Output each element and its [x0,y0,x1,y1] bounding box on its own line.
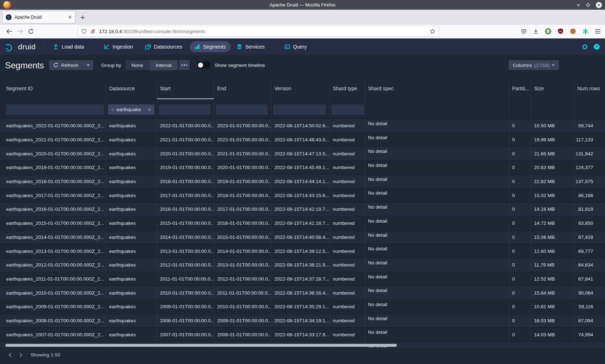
cell-num-rows: 67,841 [574,272,605,286]
menu-hamburger-icon[interactable] [595,29,601,34]
column-header-end[interactable]: End [214,78,271,99]
window-titlebar: Apache Druid — Mozilla Firefox [0,0,605,10]
columns-button[interactable]: Columns (17/18) [508,60,559,70]
cell-size: 14.03 MB [531,328,574,341]
refresh-label: Refresh [61,63,78,68]
ublock-icon[interactable]: uO [557,28,564,35]
cell-shard-type: numbered [330,175,365,188]
cookie-icon[interactable] [570,28,576,35]
druid-logo[interactable]: druid [5,42,36,52]
cell-segment-id: earthquakes_2017-01-01T00:00:00.000Z_2..… [0,188,106,202]
cell-datasource: earthquakes [106,328,157,341]
cell-shard-type: numbered [330,231,365,244]
column-header-shard-type[interactable]: Shard type [330,78,365,99]
cell-num-rows: 137,575 [574,175,605,188]
bookmark-star-icon[interactable] [430,28,435,34]
nav-item-segments[interactable]: Segments [190,41,230,52]
table-row: earthquakes_2018-01-01T00:00:00.000Z_2..… [0,174,605,188]
nav-divider [94,43,94,51]
segment-timeline-toggle[interactable] [197,62,211,69]
filter-chip-datasource[interactable]: = earthquake [108,104,154,115]
cell-version: 2022-08-15T14:43:15.6... [271,188,330,202]
window-title: Apache Druid — Mozilla Firefox [0,2,605,8]
group-by-interval-button[interactable]: Interval [149,60,178,70]
cell-end: 2017-01-01T00:00:00.0... [214,203,271,216]
back-button[interactable] [4,26,14,36]
settings-gear-icon[interactable] [582,44,588,50]
group-by-none-button[interactable]: None [125,60,149,70]
privacy-badger-icon[interactable] [545,28,551,35]
tab-close-icon[interactable] [68,15,72,19]
cell-size: 14.16 MB [531,203,574,216]
insecure-lock-icon[interactable] [90,28,96,34]
horizontal-scrollbar[interactable] [5,344,397,347]
column-header-datasource[interactable]: Datasource [106,78,157,99]
tab-apache-druid[interactable]: Apache Druid [3,11,75,23]
maximize-icon[interactable] [586,3,590,7]
column-header-num-rows[interactable]: Num rows [574,78,605,99]
filter-input-shard-type[interactable] [332,104,364,115]
tab-strip: Apache Druid [0,10,605,24]
cell-segment-id: earthquakes_2020-01-01T00:00:00.000Z_2..… [0,147,106,160]
filter-input-version[interactable] [273,104,326,115]
cell-start: 2012-01-01T00:00:00.0... [157,258,214,272]
nav-item-datasources[interactable]: Datasources [140,41,187,52]
column-header-version[interactable]: Version [271,78,330,99]
column-header-segment-id[interactable]: Segment ID [0,78,106,99]
svg-text:?: ? [596,45,598,49]
help-icon[interactable]: ? [593,44,600,50]
filter-input-end[interactable] [216,104,268,115]
reload-button[interactable] [25,26,36,36]
filter-chip-remove-icon[interactable] [148,108,151,112]
cell-shard-spec: No detail [365,147,509,160]
asterisk-extension-icon[interactable] [582,28,589,35]
load-data-icon [53,44,59,50]
cell-size: 12.60 MB [531,244,574,258]
shield-icon[interactable] [81,28,87,34]
minimize-icon[interactable] [576,3,581,7]
table-row: earthquakes_2020-01-01T00:00:00.000Z_2..… [0,146,605,160]
next-page-button[interactable] [17,351,25,359]
refresh-button[interactable]: Refresh [49,60,82,70]
download-icon[interactable] [533,28,539,34]
pocket-icon[interactable] [521,28,527,34]
new-tab-button[interactable] [79,13,86,21]
column-header-shard-spec[interactable]: Shard spec [365,78,509,99]
column-header-partition[interactable]: Partiti... [509,78,531,99]
filter-input-segment-id[interactable] [6,104,104,115]
cell-end: 2021-01-01T00:00:00.0... [214,147,271,160]
filter-input-start[interactable] [159,104,210,115]
showing-range-label: Showing 1-50 [31,352,60,358]
column-header-start[interactable]: Start [157,78,214,99]
cell-shard-spec: No detail [365,119,509,133]
close-icon[interactable] [596,2,602,8]
cell-version: 2022-08-15T14:45:49.1... [271,161,330,174]
cell-start: 2020-01-01T00:00:00.0... [157,147,214,160]
column-header-size[interactable]: Size [531,78,574,99]
cell-size: 15.84 MB [531,286,574,300]
table-row: earthquakes_2008-01-01T00:00:00.000Z_2..… [0,314,605,328]
cell-shard-spec: No detail [365,217,509,230]
cell-datasource: earthquakes [106,217,157,230]
chevron-down-icon [552,64,555,66]
nav-item-load-data[interactable]: Load data [48,41,89,52]
cell-datasource: earthquakes [106,314,157,328]
nav-item-query[interactable]: Query [280,41,312,52]
table-row: earthquakes_2007-01-01T00:00:00.000Z_2..… [0,327,605,341]
table-row: earthquakes_2013-01-01T00:00:00.000Z_2..… [0,244,605,258]
cell-segment-id: earthquakes_2019-01-01T00:00:00.000Z_2..… [0,161,106,174]
forward-button[interactable] [14,26,25,36]
nav-item-services[interactable]: Services [232,41,269,52]
cell-datasource: earthquakes [106,119,157,133]
segments-icon [194,44,200,50]
nav-item-ingestion[interactable]: Ingestion [99,41,138,52]
cell-shard-type: numbered [330,244,365,258]
cell-shard-spec: No detail [365,188,509,202]
cell-start: 2017-01-01T00:00:00.0... [157,188,214,202]
previous-page-button[interactable] [6,351,14,359]
url-bar[interactable]: 172.18.0.4:30109/unified-console.html#se… [77,26,439,37]
more-options-button[interactable] [179,60,190,70]
group-by-segmented-control: None Interval [125,60,178,70]
refresh-dropdown-button[interactable] [82,60,93,70]
cell-shard-spec: No detail [365,161,509,174]
